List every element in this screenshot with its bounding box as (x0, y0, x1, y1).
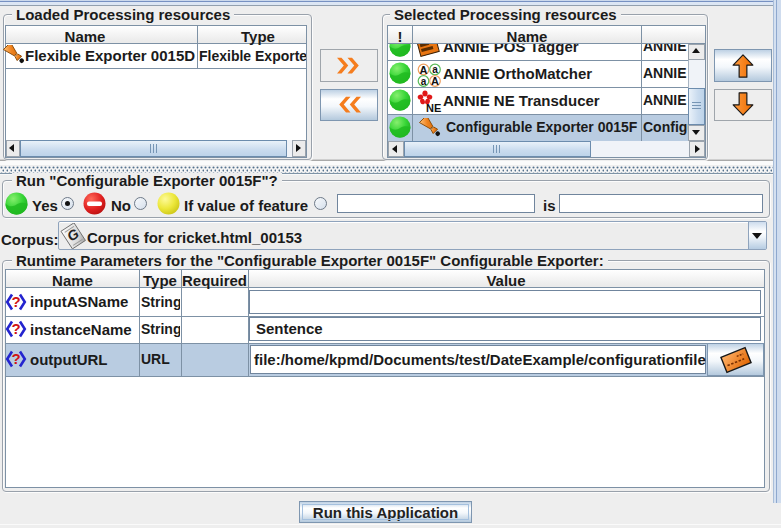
svg-text:?: ? (11, 350, 20, 367)
svg-text:A: A (431, 75, 439, 87)
svg-text:a: a (421, 76, 427, 87)
svg-text:?: ? (11, 293, 20, 310)
svg-text:?: ? (11, 320, 20, 337)
svg-text:a: a (432, 64, 438, 75)
svg-text:A: A (420, 64, 428, 76)
svg-text:NE: NE (426, 102, 441, 114)
